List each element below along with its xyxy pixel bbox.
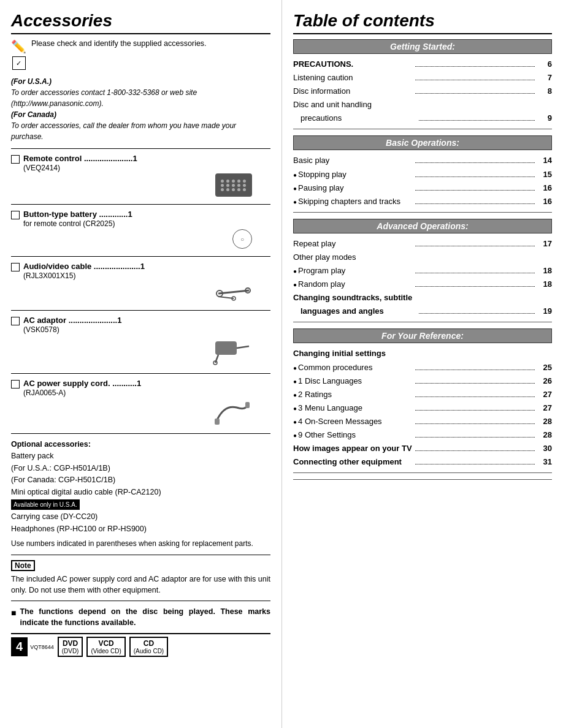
toc-entry-3-3: 2 Ratings27 — [293, 388, 552, 401]
toc-entry-label-3-2: 1 Disc Languages — [293, 374, 413, 388]
functions-note: ■ The functions depend on the disc being… — [11, 606, 270, 628]
toc-page-0-1: 7 — [537, 71, 552, 85]
format-dvd: DVD (DVD) — [58, 637, 83, 657]
toc-page-3-5: 28 — [537, 415, 552, 428]
toc-entry-3-4: 3 Menu Language27 — [293, 401, 552, 415]
toc-page-1-1: 15 — [537, 168, 552, 181]
toc-bottom-rule — [293, 479, 552, 480]
toc-entry-label-0-2: Disc information — [293, 85, 413, 98]
toc-page-3-1: 25 — [537, 361, 552, 374]
svg-rect-9 — [215, 419, 220, 425]
toc-page-2-0: 17 — [537, 237, 552, 251]
powercord-label: AC power supply cord. ...........1 — [23, 379, 270, 388]
format-vcd: VCD (Video CD) — [86, 637, 125, 657]
toc-dots-3-4 — [415, 410, 535, 411]
pencil-icon: ✏️ — [11, 39, 26, 54]
toc-section-2: Advanced Operations:Repeat play17Other p… — [293, 219, 552, 323]
format-cd: CD (Audio CD) — [129, 637, 168, 657]
toc-entry-1-2: Pausing play16 — [293, 181, 552, 195]
order-info: (For U.S.A.) To order accessories contac… — [11, 76, 270, 142]
toc-page-1-0: 14 — [537, 154, 552, 167]
adaptor-icon — [209, 335, 252, 366]
toc-entry-1-0: Basic play14 — [293, 154, 552, 167]
powercord-checkbox[interactable] — [11, 380, 20, 389]
toc-entry-label-3-6: 9 Other Settings — [293, 428, 413, 442]
accessory-remote: Remote control ......................1 (… — [11, 154, 270, 199]
cable-checkbox[interactable] — [11, 263, 20, 271]
vqt-label: VQT8644 — [30, 644, 54, 650]
toc-entry-label-0-3: Disc and unit handling — [293, 98, 552, 112]
powercord-qty: 1 — [137, 379, 141, 388]
toc-sections: Getting Started:PRECAUTIONS.6Listening c… — [293, 39, 552, 473]
toc-dots-2-3 — [415, 286, 535, 287]
toc-page-0-4: 9 — [537, 112, 552, 125]
battery-icon: ○ — [232, 229, 252, 249]
adaptor-label: AC adaptor ......................1 — [23, 316, 270, 325]
toc-entry-0-2: Disc information8 — [293, 85, 552, 98]
order-canada-label: (For Canada) — [11, 110, 56, 119]
powercord-icon — [212, 398, 252, 426]
accessory-battery: Button-type battery .............1 for r… — [11, 210, 270, 251]
cable-image-container — [11, 281, 270, 303]
rule-5 — [11, 433, 270, 434]
toc-entry-label-2-1: Other play modes — [293, 251, 552, 264]
remote-checkbox[interactable] — [11, 155, 20, 164]
toc-page-2-2: 18 — [537, 264, 552, 278]
toc-entry-label-1-0: Basic play — [293, 154, 413, 167]
svg-line-6 — [237, 346, 249, 348]
adaptor-image-container — [11, 335, 270, 366]
toc-entry-0-0: PRECAUTIONS.6 — [293, 58, 552, 71]
cable-label: Audio/video cable .....................1 — [23, 262, 270, 271]
toc-dots-2-2 — [415, 273, 535, 273]
toc-entry-label-2-3: Random play — [293, 278, 413, 291]
left-column: Accessories ✏️ ✓ Please check and identi… — [0, 0, 282, 728]
toc-entry-0-3: Disc and unit handling — [293, 98, 552, 112]
rule-after-intro — [11, 148, 270, 149]
intro-text: Please check and identify the supplied a… — [31, 39, 207, 48]
optional-item-1: (For U.S.A.: CGP-H501A/1B) — [11, 463, 270, 474]
rule-6 — [11, 555, 270, 555]
toc-dots-3-3 — [415, 396, 535, 397]
accessory-cable: Audio/video cable .....................1… — [11, 262, 270, 305]
toc-dots-0-2 — [415, 93, 535, 94]
toc-entry-label-2-5: languages and angles — [293, 305, 416, 318]
bottom-bar: 4 VQT8644 DVD (DVD) VCD (Video CD) CD (A… — [11, 633, 270, 657]
toc-entry-label-1-2: Pausing play — [293, 181, 413, 195]
toc-entry-label-3-7: How images appear on your TV — [293, 442, 413, 455]
toc-entry-label-3-0: Changing initial settings — [293, 347, 552, 360]
toc-dots-1-2 — [415, 190, 535, 191]
toc-section-header-2: Advanced Operations: — [293, 219, 552, 233]
toc-entry-label-2-2: Program play — [293, 264, 413, 278]
powercord-dots: ........... — [110, 379, 137, 388]
cable-icon — [215, 281, 252, 303]
toc-entry-label-0-4: precautions — [293, 112, 416, 125]
battery-checkbox[interactable] — [11, 211, 20, 219]
toc-page-3-4: 27 — [537, 401, 552, 415]
toc-rule-3 — [293, 472, 552, 473]
battery-model: for remote control (CR2025) — [23, 219, 270, 228]
toc-entry-2-5: languages and angles19 — [293, 305, 552, 318]
svg-rect-5 — [215, 341, 237, 355]
toc-entry-0-4: precautions9 — [293, 112, 552, 125]
toc-dots-3-8 — [415, 464, 535, 464]
toc-dots-3-1 — [415, 370, 535, 370]
adaptor-checkbox[interactable] — [11, 317, 20, 325]
toc-entry-label-2-0: Repeat play — [293, 237, 413, 251]
remote-dots: ...................... — [82, 154, 132, 163]
toc-entry-label-3-1: Common procedures — [293, 361, 413, 374]
toc-dots-2-5 — [419, 313, 535, 314]
accessories-intro: ✏️ ✓ Please check and identify the suppl… — [11, 39, 270, 70]
accessory-powercord: AC power supply cord. ...........1 (RJA0… — [11, 379, 270, 428]
toc-dots-3-7 — [415, 450, 535, 451]
adaptor-qty: 1 — [117, 316, 121, 325]
toc-entry-3-7: How images appear on your TV30 — [293, 442, 552, 455]
toc-page-3-2: 26 — [537, 374, 552, 388]
available-badge: Available only in U.S.A. — [11, 499, 80, 510]
toc-entry-3-6: 9 Other Settings28 — [293, 428, 552, 442]
page-number: 4 — [11, 637, 28, 656]
remote-label: Remote control ......................1 — [23, 154, 270, 163]
cable-qty: 1 — [140, 262, 145, 271]
toc-entry-label-1-1: Stopping play — [293, 168, 413, 181]
toc-page-1-2: 16 — [537, 181, 552, 195]
order-usa-detail: To order accessories contact 1-800-332-5… — [11, 87, 270, 109]
